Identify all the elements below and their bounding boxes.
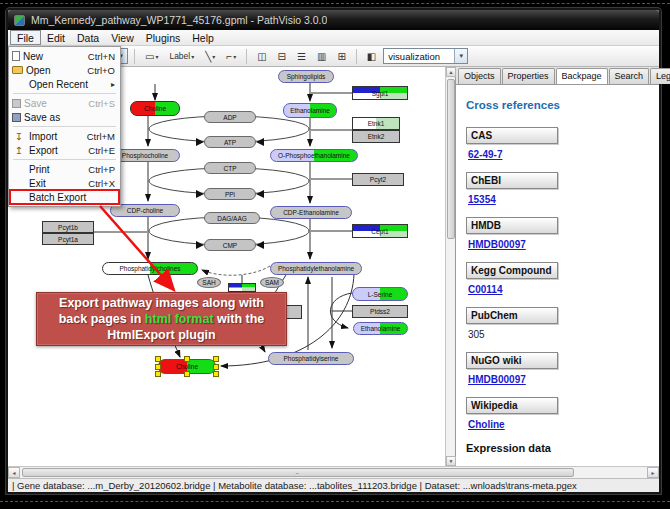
titlebar[interactable]: Mm_Kennedy_pathway_WP1771_45176.gpml - P… xyxy=(8,10,659,30)
align-center-button[interactable]: ◫ xyxy=(253,47,270,65)
node-label: PPi xyxy=(225,191,235,198)
canvas-vertical-scrollbar[interactable]: ▲ ▼ xyxy=(445,67,455,466)
node-pcyt1a[interactable]: Pcyt1a xyxy=(42,233,94,245)
node-l-serine[interactable]: L-Serine xyxy=(352,287,408,301)
node-phosphatidylcholines[interactable]: Phosphatidylcholines xyxy=(102,262,198,275)
node-ppi[interactable]: PPi xyxy=(204,188,256,200)
xref-link[interactable]: Choline xyxy=(468,419,649,430)
menu-edit[interactable]: Edit xyxy=(41,30,71,45)
menu-help[interactable]: Help xyxy=(186,30,220,45)
file-menu-item-print[interactable]: PrintCtrl+P xyxy=(10,162,119,176)
node-label: L-Serine xyxy=(368,291,393,298)
node-etnk2[interactable]: Etnk2 xyxy=(352,130,400,143)
tab-search[interactable]: Search xyxy=(609,68,650,84)
align-middle-button[interactable]: ⊟ xyxy=(274,47,290,65)
file-menu-item-open[interactable]: OpenCtrl+O xyxy=(10,63,119,77)
xref-link[interactable]: 62-49-7 xyxy=(468,149,649,160)
node-sam[interactable]: SAM xyxy=(260,277,284,288)
stack-horizontal-button[interactable]: ▥ xyxy=(313,47,330,65)
label-tool-button[interactable]: Label▾ xyxy=(165,47,198,65)
horizontal-scrollbar-track[interactable]: ┅ xyxy=(20,467,647,478)
node-pcyt2[interactable]: Pcyt2 xyxy=(352,173,404,186)
node-ethanolamine-bottom[interactable]: Ethanolamine xyxy=(353,322,408,335)
no-icon xyxy=(12,192,26,203)
callout-text: Export pathway images along with back pa… xyxy=(45,295,278,343)
xref-link[interactable]: HMDB00097 xyxy=(468,239,649,250)
visualization-toggle-button[interactable]: ◧ xyxy=(363,47,380,65)
node-phosphatidylserine[interactable]: Phosphatidylserine xyxy=(268,352,354,365)
menu-view[interactable]: View xyxy=(105,30,140,45)
node-pemt[interactable] xyxy=(228,283,256,292)
menu-plugins[interactable]: Plugins xyxy=(140,30,186,45)
node-atp[interactable]: ATP xyxy=(204,136,256,148)
node-choline-selected[interactable]: Choline xyxy=(158,359,216,374)
save-icon xyxy=(12,99,21,108)
menu-file[interactable]: File xyxy=(10,30,41,45)
tab-properties[interactable]: Properties xyxy=(502,68,555,84)
node-label: O-Phosphoethanolamine xyxy=(278,152,350,159)
scroll-up-icon[interactable]: ▲ xyxy=(446,67,456,77)
visualization-combobox[interactable]: visualization ▾ xyxy=(383,48,468,64)
datanode-tool-button[interactable]: ▭▾ xyxy=(141,47,162,65)
file-menu-item-import[interactable]: ImportCtrl+M xyxy=(10,129,119,143)
node-sah[interactable]: SAH xyxy=(197,277,221,288)
node-cept1[interactable]: Cept1 xyxy=(352,224,408,238)
menu-item-label: New xyxy=(23,51,84,62)
menu-item-shortcut: Ctrl+M xyxy=(87,131,115,142)
connector-tool-button[interactable]: ⌐▾ xyxy=(222,47,240,65)
file-menu-item-exit[interactable]: ExitCtrl+X xyxy=(10,176,119,190)
scroll-right-icon[interactable]: ► xyxy=(647,467,659,478)
file-menu-item-export[interactable]: ExportCtrl+E xyxy=(10,143,119,157)
node-sgpl1[interactable]: Sgpl1 xyxy=(352,86,408,100)
node-cmp[interactable]: CMP xyxy=(204,239,256,251)
selection-handle[interactable] xyxy=(213,371,219,377)
tab-objects[interactable]: Objects xyxy=(458,68,501,84)
xref-section: WikipediaCholine xyxy=(466,397,649,430)
node-phosphatidylethanolamine[interactable]: Phosphatidylethanolamine xyxy=(270,262,362,275)
xref-link[interactable]: 15354 xyxy=(468,194,649,205)
selection-handle[interactable] xyxy=(213,364,219,370)
selection-handle[interactable] xyxy=(155,364,161,370)
line-tool-button[interactable]: ╲▾ xyxy=(201,47,219,65)
xref-link[interactable]: HMDB00097 xyxy=(468,374,649,385)
xref-db-header: Wikipedia xyxy=(466,397,558,414)
horizontal-scrollbar-thumb[interactable]: ┅ xyxy=(22,468,574,477)
tab-backpage[interactable]: Backpage xyxy=(556,68,608,84)
scroll-down-icon[interactable]: ▼ xyxy=(446,456,456,466)
selection-handle[interactable] xyxy=(184,371,190,377)
node-o-phosphoethanolamine[interactable]: O-Phosphoethanolamine xyxy=(270,149,358,162)
node-ctp[interactable]: CTP xyxy=(204,162,256,174)
menu-item-label: Save as xyxy=(24,112,111,123)
node-sphingolipids[interactable]: Sphingolipids xyxy=(278,70,334,83)
tab-legend[interactable]: Legend xyxy=(650,68,670,84)
menu-item-shortcut: Ctrl+N xyxy=(88,51,115,62)
pathvisio-app-icon xyxy=(14,15,25,26)
selection-handle[interactable] xyxy=(155,356,161,362)
file-menu-item-batch-export[interactable]: Batch Export xyxy=(10,190,119,204)
chevron-down-icon[interactable]: ▾ xyxy=(454,49,467,63)
file-menu-item-save-as[interactable]: Save as xyxy=(10,110,119,124)
menu-item-label: Print xyxy=(29,164,84,175)
node-ptdss2[interactable]: Ptdss2 xyxy=(352,305,408,318)
node-etnk1[interactable]: Etnk1 xyxy=(352,117,400,130)
file-menu-item-open-recent[interactable]: Open Recent▸ xyxy=(10,77,119,91)
selection-handle[interactable] xyxy=(155,371,161,377)
horizontal-scrollbar[interactable]: ◄ ┅ ► xyxy=(8,466,659,478)
node-label: CMP xyxy=(223,242,237,249)
vertical-scrollbar-thumb[interactable] xyxy=(447,79,455,239)
node-dag-aag[interactable]: DAG/AAG xyxy=(204,212,260,224)
node-cdp-ethanolamine[interactable]: CDP-Ethanolamine xyxy=(270,206,352,219)
node-ethanolamine-top[interactable]: Ethanolamine xyxy=(283,103,337,118)
selection-handle[interactable] xyxy=(213,356,219,362)
selection-handle[interactable] xyxy=(184,356,190,362)
node-label: Choline xyxy=(144,105,166,112)
scroll-left-icon[interactable]: ◄ xyxy=(8,467,20,478)
node-adp[interactable]: ADP xyxy=(204,111,256,123)
node-pcyt1b[interactable]: Pcyt1b xyxy=(42,221,94,233)
stack-vertical-button[interactable]: ☰ xyxy=(293,47,310,65)
common-size-button[interactable]: ⊞ xyxy=(333,47,349,65)
xref-link[interactable]: C00114 xyxy=(468,284,649,295)
file-menu-item-new[interactable]: NewCtrl+N xyxy=(10,49,119,63)
menu-data[interactable]: Data xyxy=(71,30,105,45)
node-choline-top[interactable]: Choline xyxy=(130,101,180,116)
